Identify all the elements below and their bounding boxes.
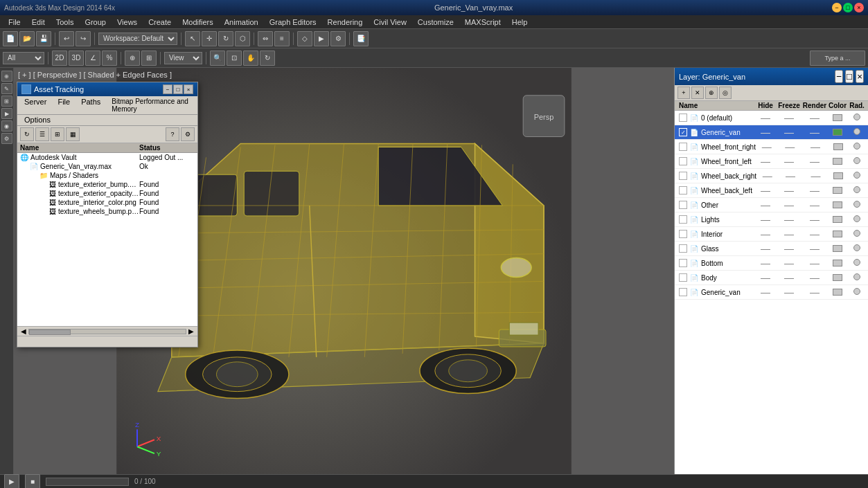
menu-rendering[interactable]: Rendering <box>322 17 369 28</box>
layer-check-8[interactable] <box>679 230 687 238</box>
layers-delete-button[interactable]: ✕ <box>691 87 704 99</box>
layer-hide-4[interactable]: — <box>756 170 778 181</box>
display-tab[interactable]: ◉ <box>1 120 12 132</box>
workspace-dropdown[interactable]: Workspace: Default <box>98 33 177 45</box>
layer-color-cell-3[interactable] <box>828 158 847 165</box>
menu-graph-editors[interactable]: Graph Editors <box>264 17 322 28</box>
at-row-texture-4[interactable]: 🖼 texture_wheels_bump.png Found <box>17 207 197 216</box>
layer-color-cell-4[interactable] <box>829 172 847 179</box>
layer-row-11[interactable]: 📄Body——— <box>675 271 868 285</box>
menu-create[interactable]: Create <box>143 17 177 28</box>
hierarchy-tab[interactable]: ⊞ <box>1 96 12 107</box>
redo-button[interactable]: ↪ <box>76 31 91 46</box>
move-button[interactable]: ✛ <box>202 31 217 46</box>
layers-maximize-button[interactable]: □ <box>845 70 853 83</box>
layer-freeze-12[interactable]: — <box>777 287 801 298</box>
layer-hide-7[interactable]: — <box>754 214 777 225</box>
layer-radio-cell-3[interactable] <box>847 157 867 165</box>
layer-freeze-2[interactable]: — <box>778 141 803 152</box>
layer-radio-cell-11[interactable] <box>847 273 867 282</box>
layer-render-0[interactable]: — <box>801 112 828 123</box>
new-button[interactable]: 📄 <box>3 31 18 46</box>
layer-color-cell-12[interactable] <box>828 289 847 296</box>
layer-row-12[interactable]: 📄Generic_van——— <box>675 285 868 300</box>
menu-maxscript[interactable]: MAXScript <box>459 17 506 28</box>
layer-radio-cell-2[interactable] <box>847 143 867 151</box>
minimize-button[interactable]: − <box>832 3 842 12</box>
undo-button[interactable]: ↩ <box>59 31 74 46</box>
at-row-texture-3[interactable]: 🖼 texture_interior_color.png Found <box>17 198 197 207</box>
at-scroll-right[interactable]: ▶ <box>186 327 196 335</box>
render-setup-button[interactable]: ⚙ <box>330 31 346 46</box>
at-row-maxfile[interactable]: 📄 Generic_Van_vray.max Ok <box>17 162 197 171</box>
layer-radio-cell-7[interactable] <box>847 215 867 224</box>
layer-render-12[interactable]: — <box>801 287 828 298</box>
layer-freeze-10[interactable]: — <box>777 257 801 269</box>
layer-radio-cell-8[interactable] <box>847 230 867 238</box>
layer-hide-10[interactable]: — <box>754 257 777 269</box>
at-row-vault[interactable]: 🌐 Autodesk Vault Logged Out ... <box>17 153 197 162</box>
layer-radio-cell-4[interactable] <box>848 172 867 180</box>
utilities-tab[interactable]: ⚙ <box>1 133 12 144</box>
at-menu-options[interactable]: Options <box>19 115 56 125</box>
layer-render-11[interactable]: — <box>801 272 828 283</box>
menu-animation[interactable]: Animation <box>219 17 264 28</box>
at-list-btn[interactable]: ☰ <box>35 127 49 141</box>
use-pivot-button[interactable]: ⊕ <box>125 51 140 66</box>
at-scroll-thumb[interactable] <box>29 329 71 335</box>
layer-check-11[interactable] <box>679 273 687 282</box>
layer-freeze-4[interactable]: — <box>778 170 802 181</box>
at-menu-bitmap[interactable]: Bitmap Performance and Memory <box>106 97 196 114</box>
angle-snap-button[interactable]: ∠ <box>85 51 100 66</box>
layer-color-cell-10[interactable] <box>828 260 847 266</box>
layer-color-cell-1[interactable] <box>828 129 847 136</box>
layer-row-1[interactable]: ✓📄Generic_van——— <box>675 125 868 140</box>
percent-snap-button[interactable]: % <box>102 51 117 66</box>
layer-check-9[interactable] <box>679 244 687 253</box>
layer-check-2[interactable] <box>679 143 687 151</box>
layer-freeze-9[interactable]: — <box>777 243 801 254</box>
layer-row-2[interactable]: 📄Wheel_front_right——— <box>675 140 868 154</box>
at-details-btn[interactable]: ▦ <box>66 127 80 141</box>
menu-customize[interactable]: Customize <box>412 17 459 28</box>
layers-select-from-button[interactable]: ◎ <box>719 87 732 99</box>
layer-render-3[interactable]: — <box>801 156 828 167</box>
layer-hide-12[interactable]: — <box>754 287 777 298</box>
layer-freeze-1[interactable]: — <box>777 127 801 138</box>
layer-freeze-8[interactable]: — <box>777 228 801 240</box>
layer-row-5[interactable]: 📄Wheel_back_left——— <box>675 183 868 198</box>
render-button[interactable]: ▶ <box>314 31 329 46</box>
menu-tools[interactable]: Tools <box>51 17 80 28</box>
menu-help[interactable]: Help <box>506 17 533 28</box>
layer-hide-5[interactable]: — <box>754 185 777 196</box>
layer-check-5[interactable] <box>679 186 687 195</box>
layer-row-6[interactable]: 📄Other——— <box>675 198 868 213</box>
layer-render-4[interactable]: — <box>803 170 829 181</box>
layer-render-10[interactable]: — <box>801 257 828 269</box>
layer-hide-3[interactable]: — <box>754 156 777 167</box>
layer-check-0[interactable] <box>679 114 687 122</box>
motion-tab[interactable]: ▶ <box>1 108 12 119</box>
at-minimize-button[interactable]: − <box>163 84 172 94</box>
layer-color-cell-7[interactable] <box>828 216 847 223</box>
at-close-button[interactable]: × <box>184 84 193 94</box>
layer-row-8[interactable]: 📄Interior——— <box>675 227 868 242</box>
scale-button[interactable]: ⬡ <box>235 31 250 46</box>
menu-edit[interactable]: Edit <box>26 17 51 28</box>
layer-check-4[interactable] <box>679 172 687 180</box>
timeline-slider[interactable] <box>46 478 129 486</box>
save-button[interactable]: 💾 <box>36 31 51 46</box>
layer-hide-8[interactable]: — <box>754 228 777 240</box>
layer-row-4[interactable]: 📄Wheel_back_right——— <box>675 169 868 183</box>
layer-check-12[interactable] <box>679 288 687 296</box>
layer-check-3[interactable] <box>679 157 687 165</box>
layer-hide-0[interactable]: — <box>754 112 777 123</box>
pan-button[interactable]: ✋ <box>243 51 258 66</box>
at-settings-btn[interactable]: ⚙ <box>181 127 195 141</box>
layer-hide-2[interactable]: — <box>756 141 778 152</box>
rotate-button[interactable]: ↻ <box>218 31 233 46</box>
type-in-button[interactable]: Type a ... <box>810 51 865 66</box>
orbit-button[interactable]: ↻ <box>260 51 275 66</box>
layers-new-button[interactable]: + <box>677 87 690 99</box>
layers-close-button[interactable]: × <box>856 70 864 83</box>
